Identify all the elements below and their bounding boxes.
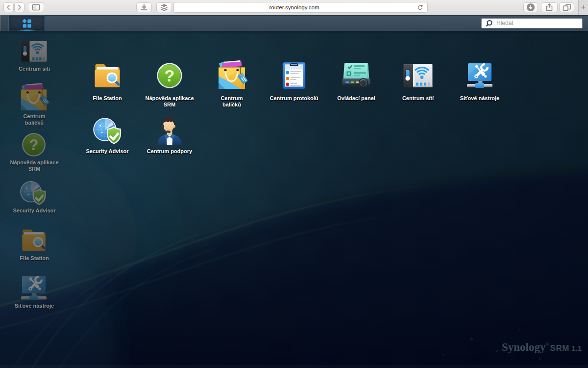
svg-text:?: ? [29, 136, 38, 154]
svg-text:?: ? [165, 66, 175, 85]
